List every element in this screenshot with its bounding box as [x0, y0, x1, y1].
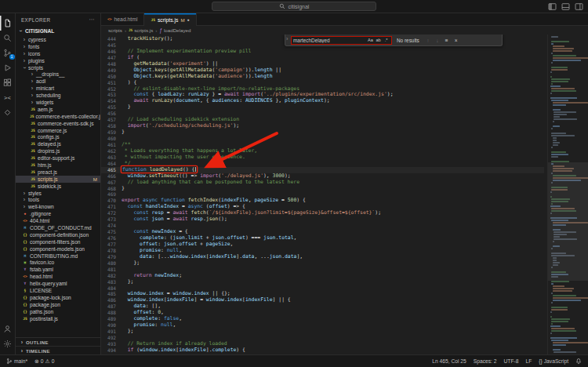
toggle-secondary-sidebar-icon[interactable] — [575, 2, 583, 11]
next-match-button[interactable]: ↓ — [434, 38, 441, 43]
tree-file-.gitignore[interactable]: ◆.gitignore — [16, 210, 100, 217]
tree-file-package-lock.json[interactable]: {}package-lock.json — [16, 294, 100, 301]
tab-scripts.js[interactable]: JSscripts.jsM● — [144, 13, 196, 26]
tree-file-component-filters.json[interactable]: {}component-filters.json — [16, 238, 100, 245]
dirty-dot-icon[interactable]: ● — [187, 17, 190, 22]
tree-file-configs.js[interactable]: JSconfigs.js — [16, 133, 100, 140]
activity-extensions-icon[interactable] — [0, 75, 16, 90]
tree-folder-fonts[interactable]: ›fonts — [16, 43, 100, 50]
code-line-450[interactable]: 450 Object.keys(getAllMetadata('audience… — [101, 74, 544, 80]
activity-settings-icon[interactable] — [0, 336, 16, 351]
tree-folder-widgets[interactable]: ›widgets — [16, 99, 100, 106]
tree-file-LICENSE[interactable]: §LICENSE — [16, 287, 100, 294]
git-branch-status[interactable]: main* — [6, 358, 27, 365]
tree-file-aem.js[interactable]: JSaem.js — [16, 106, 100, 113]
panel-header-outline[interactable]: ›OUTLINE — [16, 337, 100, 346]
code-line-463[interactable]: 463 * without impacting the user experie… — [101, 154, 544, 161]
code-line-483[interactable]: 483 }; — [101, 279, 544, 285]
activity-run-debug-icon[interactable] — [0, 60, 16, 75]
explorer-more-actions-icon[interactable]: ⋯ — [89, 16, 95, 23]
tree-file-component-models.json[interactable]: {}component-models.json — [16, 245, 100, 253]
activity-accounts-icon[interactable] — [0, 322, 16, 336]
code-line-446[interactable]: 446 // Implement experimentation preview… — [101, 49, 544, 55]
code-line-490[interactable]: 490 promise: null, — [101, 322, 544, 329]
tree-file-delayed.js[interactable]: JSdelayed.js — [16, 140, 100, 147]
tree-file-paths.json[interactable]: {}paths.json — [16, 308, 100, 315]
tree-folder-acdl[interactable]: ›acdl — [16, 78, 100, 85]
minimap-slider[interactable] — [548, 162, 588, 281]
tree-file-fstab.yaml[interactable]: Yfstab.yaml — [16, 266, 100, 273]
code-line-479[interactable]: 479 data: [...window.index[indexFile].da… — [101, 254, 544, 260]
command-center-search[interactable]: citisignal — [212, 2, 376, 11]
activity-remote-icon[interactable]: >< — [0, 90, 16, 105]
tree-file-scripts.js[interactable]: JSscripts.jsM — [16, 176, 100, 183]
tree-file-component-definition.json[interactable]: {}component-definition.json — [16, 231, 100, 238]
code-line-491[interactable]: 491 }; — [101, 329, 544, 335]
tree-file-head.html[interactable]: <>head.html — [16, 273, 100, 280]
tree-folder-icons[interactable]: ›icons — [16, 50, 100, 57]
problems-status[interactable]: ⊗0 ⚠0 — [34, 358, 54, 365]
tree-folder-minicart[interactable]: ›minicart — [16, 85, 100, 92]
code-line-460[interactable]: 460 — [101, 136, 544, 142]
tree-folder-well-known[interactable]: ›well-known — [16, 203, 100, 210]
activity-plugin-icon[interactable] — [0, 105, 16, 120]
code-line-467[interactable]: 467 // load anything that can be postpon… — [101, 180, 544, 186]
activity-source-control-icon[interactable]: 1 — [0, 45, 16, 60]
panel-header-timeline[interactable]: ›TIMELINE — [16, 346, 100, 354]
breadcrumb-item-scripts.js[interactable]: JSscripts.js — [129, 27, 153, 33]
code-line-482[interactable]: 482 return newIndex; — [101, 273, 544, 279]
project-section-header[interactable]: › CITISIGNAL — [16, 26, 100, 36]
breadcrumb-item-scripts[interactable]: scripts — [108, 27, 122, 33]
tree-file-commerce.js[interactable]: JScommerce.js — [16, 127, 100, 134]
code-line-494[interactable]: 494 if (window.index[indexFile].complete… — [101, 347, 544, 354]
code-line-473[interactable]: 473 const json = await resp.json(); — [101, 216, 544, 223]
tree-file-CODE_OF_CONDUCT.md[interactable]: MCODE_OF_CONDUCT.md — [16, 224, 100, 231]
code-line-459[interactable]: 459} — [101, 129, 544, 136]
close-find-button[interactable]: × — [452, 38, 460, 43]
toggle-replace-chevron-icon[interactable]: › — [286, 36, 288, 42]
tab-head.html[interactable]: <>head.html — [101, 13, 144, 25]
toggle-panel-icon[interactable] — [561, 2, 570, 11]
code-line-468[interactable]: 468} — [101, 186, 544, 192]
toggle-sidebar-icon[interactable] — [548, 2, 557, 11]
indentation-status[interactable]: Spaces: 2 — [474, 358, 497, 364]
find-input[interactable] — [293, 38, 365, 43]
tree-file-helix-query.yaml[interactable]: Yhelix-query.yaml — [16, 280, 100, 287]
regex-toggle[interactable]: .* — [383, 37, 390, 44]
activity-search-icon[interactable] — [0, 31, 16, 45]
encoding-status[interactable]: UTF-8 — [504, 358, 519, 364]
match-case-toggle[interactable]: Aa — [367, 37, 374, 44]
whole-word-toggle[interactable]: ab — [375, 37, 382, 44]
tree-file-sidekick.js[interactable]: JSsidekick.js — [16, 183, 100, 190]
tree-folder-cypress[interactable]: ›cypress — [16, 36, 100, 43]
tree-folder-scheduling[interactable]: ›scheduling — [16, 92, 100, 99]
tree-folder-scripts[interactable]: ›scripts — [16, 64, 100, 71]
previous-match-button[interactable]: ↑ — [424, 38, 432, 43]
activity-explorer-icon[interactable] — [0, 16, 16, 31]
code-line-486[interactable]: 486 window.index[indexFile] = window.ind… — [101, 297, 544, 303]
tree-file-package.json[interactable]: {}package.json — [16, 301, 100, 308]
code-line-480[interactable]: 480 }; — [101, 260, 544, 267]
cursor-position-status[interactable]: Ln 465, Col 25 — [432, 358, 466, 364]
tree-folder-tools[interactable]: ›tools — [16, 196, 100, 203]
tree-file-preact.js[interactable]: JSpreact.js — [16, 169, 100, 176]
tree-file-dropins.js[interactable]: JSdropins.js — [16, 147, 100, 154]
tree-folder-plugins[interactable]: ›plugins — [16, 57, 100, 64]
tree-file-CONTRIBUTING.md[interactable]: MCONTRIBUTING.md — [16, 253, 100, 260]
tree-file-htm.js[interactable]: JShtm.js — [16, 162, 100, 169]
tree-file-postinstall.js[interactable]: JSpostinstall.js — [16, 315, 100, 322]
language-mode-status[interactable]: {} JavaScript — [539, 358, 568, 364]
tree-file-favicon.ico[interactable]: ▣favicon.ico — [16, 260, 100, 267]
breadcrumb-item-loadDelayed[interactable]: ƒloadDelayed — [159, 27, 191, 33]
eol-status[interactable]: LF — [525, 358, 532, 364]
tree-folder-__dropins__[interactable]: ›__dropins__ — [16, 71, 100, 78]
minimap[interactable] — [547, 35, 588, 354]
tree-file-commerce-events-collector.js[interactable]: JScommerce-events-collector.js — [16, 113, 100, 120]
code-line-487[interactable]: 487 data: [], — [101, 303, 544, 310]
code-area[interactable]: 444 trackHistory();445446 // Implement e… — [101, 35, 544, 354]
code-line-455[interactable]: 455 } — [101, 104, 544, 111]
notifications-bell-icon[interactable] — [575, 358, 582, 365]
find-in-selection-button[interactable]: ≡ — [443, 38, 451, 43]
tree-folder-styles[interactable]: ›styles — [16, 190, 100, 197]
tree-file-editor-support.js[interactable]: JSeditor-support.js — [16, 154, 100, 162]
